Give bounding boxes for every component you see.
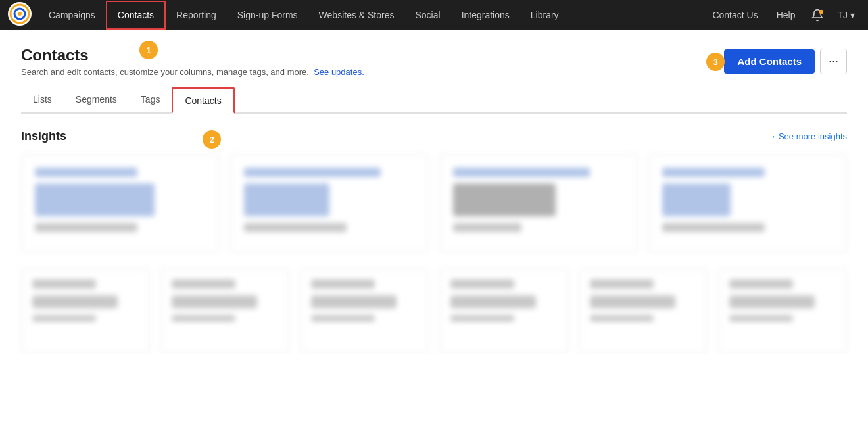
insight-card-4: [648, 154, 847, 252]
tab-contacts[interactable]: Contacts: [172, 87, 234, 114]
see-updates-link[interactable]: See updates.: [314, 67, 364, 77]
insights-header: Insights → See more insights: [21, 130, 847, 143]
user-label: TJ: [837, 10, 848, 20]
insights-title: Insights: [21, 130, 66, 143]
nav-item-integrations[interactable]: Integrations: [451, 0, 520, 30]
insight-card-sm-5: [579, 268, 708, 354]
insights-cards-row1: [21, 154, 847, 252]
nav-items: Campaigns Contacts Reporting Sign-up For…: [38, 0, 704, 30]
nav-item-websites-stores[interactable]: Websites & Stores: [308, 0, 405, 30]
page-title: Contacts: [21, 46, 364, 64]
nav-right: Contact Us Help TJ ▾: [704, 0, 860, 30]
nav-help[interactable]: Help: [769, 0, 804, 30]
see-more-insights-link[interactable]: → See more insights: [767, 132, 847, 141]
nav-contact-us[interactable]: Contact Us: [704, 0, 765, 30]
nav-item-library[interactable]: Library: [520, 0, 569, 30]
app-logo[interactable]: [8, 2, 32, 28]
more-options-button[interactable]: ···: [820, 49, 847, 74]
insight-card-3: [439, 154, 638, 252]
svg-point-4: [819, 10, 824, 14]
page-header-right: Add Contacts ···: [724, 49, 847, 74]
notification-icon[interactable]: [806, 0, 829, 30]
insight-card-sm-2: [160, 268, 289, 354]
page-subtitle-text: Search and edit contacts, customize your…: [21, 67, 309, 77]
insight-card-sm-4: [439, 268, 568, 354]
more-dots-icon: ···: [829, 55, 838, 68]
tab-tags[interactable]: Tags: [129, 87, 172, 114]
svg-point-3: [18, 12, 22, 16]
tab-segments[interactable]: Segments: [64, 87, 129, 114]
insights-cards-row2: [21, 268, 847, 354]
tabs-bar: Lists Segments Tags Contacts: [21, 87, 847, 114]
user-menu[interactable]: TJ ▾: [832, 10, 860, 20]
insight-card-sm-1: [21, 268, 150, 354]
page-header: Contacts Search and edit contacts, custo…: [21, 46, 847, 77]
chevron-down-icon: ▾: [850, 10, 855, 20]
page-header-left: Contacts Search and edit contacts, custo…: [21, 46, 364, 77]
nav-item-social[interactable]: Social: [405, 0, 451, 30]
nav-item-reporting[interactable]: Reporting: [166, 0, 227, 30]
tab-lists[interactable]: Lists: [21, 87, 64, 114]
page-content: Contacts Search and edit contacts, custo…: [0, 30, 868, 354]
insight-card-sm-6: [718, 268, 847, 354]
insight-card-1: [21, 154, 220, 252]
page-subtitle: Search and edit contacts, customize your…: [21, 67, 364, 77]
nav-item-campaigns[interactable]: Campaigns: [38, 0, 106, 30]
nav-item-contacts[interactable]: Contacts: [106, 1, 166, 30]
insight-card-sm-3: [300, 268, 429, 354]
nav-item-signup-forms[interactable]: Sign-up Forms: [227, 0, 308, 30]
add-contacts-button[interactable]: Add Contacts: [724, 49, 815, 74]
insight-card-2: [230, 154, 429, 252]
navbar: Campaigns Contacts Reporting Sign-up For…: [0, 0, 868, 30]
